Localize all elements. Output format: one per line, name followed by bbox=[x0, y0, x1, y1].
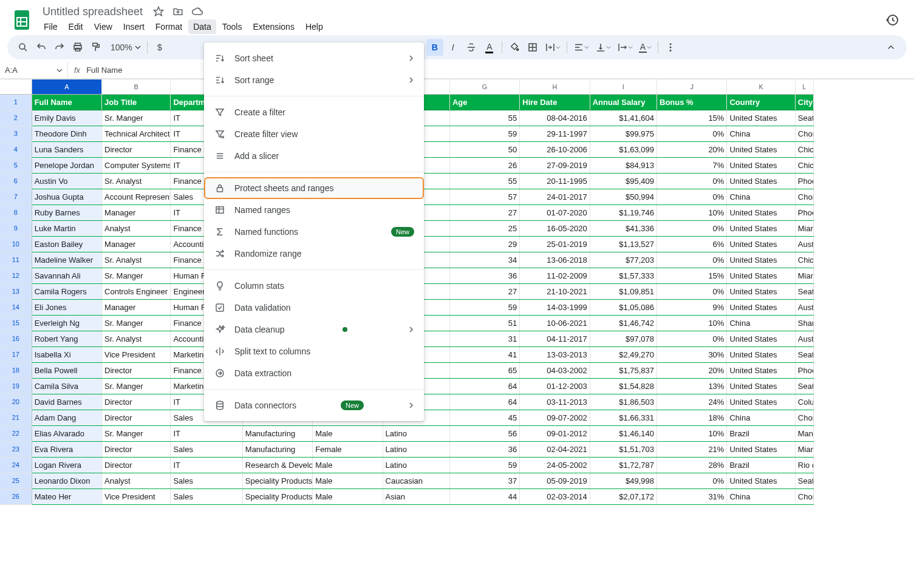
menu-item-data-cleanup[interactable]: Data cleanup bbox=[204, 319, 424, 340]
cell[interactable]: Penelope Jordan bbox=[32, 157, 101, 173]
cell[interactable]: Austin bbox=[795, 299, 813, 315]
cell[interactable]: Emily Davis bbox=[32, 110, 101, 126]
cell[interactable]: 30% bbox=[657, 346, 727, 362]
cell[interactable]: 18% bbox=[657, 410, 727, 425]
row-header-19[interactable]: 19 bbox=[0, 378, 32, 394]
cell[interactable]: $1,57,333 bbox=[590, 268, 657, 283]
cell[interactable]: Chongqing bbox=[795, 488, 813, 504]
cell[interactable]: 20% bbox=[657, 141, 727, 157]
menu-item-protect-sheets-and-ranges[interactable]: Protect sheets and ranges bbox=[204, 177, 424, 199]
cell[interactable]: Phoenix bbox=[795, 204, 813, 220]
header-cell[interactable]: Annual Salary bbox=[590, 94, 657, 110]
cell[interactable]: United States bbox=[727, 331, 795, 346]
cell[interactable]: Director bbox=[102, 362, 171, 378]
cell[interactable]: 24-05-2002 bbox=[520, 457, 590, 473]
cell[interactable]: 57 bbox=[449, 189, 519, 204]
cell[interactable]: 08-04-2016 bbox=[520, 110, 590, 126]
cell[interactable]: Seattle bbox=[795, 473, 813, 488]
cell[interactable]: Manager bbox=[102, 236, 171, 252]
menu-item-named-functions[interactable]: Named functionsNew bbox=[204, 221, 424, 243]
cell[interactable]: 64 bbox=[449, 378, 519, 394]
cell[interactable]: Everleigh Ng bbox=[32, 315, 101, 331]
history-icon[interactable] bbox=[880, 8, 904, 32]
cell[interactable]: $95,409 bbox=[590, 173, 657, 189]
cell[interactable]: Ruby Barnes bbox=[32, 204, 101, 220]
cell[interactable]: 24-01-2017 bbox=[520, 189, 590, 204]
strikethrough-button[interactable] bbox=[463, 39, 480, 56]
cell[interactable]: Vice President bbox=[102, 488, 171, 504]
cell[interactable]: 20-11-1995 bbox=[520, 173, 590, 189]
cell[interactable]: United States bbox=[727, 141, 795, 157]
cell[interactable]: Shanghai bbox=[795, 315, 813, 331]
col-header-H[interactable]: H bbox=[520, 79, 590, 94]
row-header-14[interactable]: 14 bbox=[0, 299, 32, 315]
collapse-toolbar-icon[interactable] bbox=[882, 39, 899, 56]
cell[interactable]: $1,86,503 bbox=[590, 394, 657, 410]
cell[interactable]: China bbox=[727, 315, 795, 331]
row-header-21[interactable]: 21 bbox=[0, 410, 32, 425]
cell[interactable]: 29 bbox=[449, 236, 519, 252]
cell[interactable]: 36 bbox=[449, 268, 519, 283]
cell[interactable]: Seattle bbox=[795, 283, 813, 299]
cell[interactable]: 15% bbox=[657, 110, 727, 126]
cell[interactable]: Technical Architect bbox=[102, 126, 171, 141]
cell[interactable]: Director bbox=[102, 410, 171, 425]
row-header-20[interactable]: 20 bbox=[0, 394, 32, 410]
cell[interactable]: $1,46,140 bbox=[590, 425, 657, 441]
cell[interactable]: 26 bbox=[449, 157, 519, 173]
cell[interactable]: 37 bbox=[449, 473, 519, 488]
cell[interactable]: Austin bbox=[795, 331, 813, 346]
header-cell[interactable]: Country bbox=[727, 94, 795, 110]
cell[interactable]: Robert Yang bbox=[32, 331, 101, 346]
cell[interactable]: China bbox=[727, 126, 795, 141]
bold-button[interactable]: B bbox=[426, 39, 443, 56]
cell[interactable]: United States bbox=[727, 252, 795, 268]
cell[interactable]: China bbox=[727, 410, 795, 425]
cell[interactable]: Manufacturing bbox=[242, 425, 312, 441]
spreadsheet-grid[interactable]: ABCDEFGHIJKL1Full NameJob TitleDepartmen… bbox=[0, 79, 914, 505]
cell[interactable]: United States bbox=[727, 299, 795, 315]
cell[interactable]: 31% bbox=[657, 488, 727, 504]
cell[interactable]: Latino bbox=[383, 425, 449, 441]
row-header-18[interactable]: 18 bbox=[0, 362, 32, 378]
cell[interactable]: Savannah Ali bbox=[32, 268, 101, 283]
col-header-G[interactable]: G bbox=[449, 79, 519, 94]
cell[interactable]: Director bbox=[102, 394, 171, 410]
cell[interactable]: Manufacturing bbox=[242, 441, 312, 457]
header-cell[interactable]: Hire Date bbox=[520, 94, 590, 110]
cell[interactable]: United States bbox=[727, 236, 795, 252]
name-box[interactable]: A:A bbox=[0, 62, 68, 78]
menu-item-sort-sheet[interactable]: Sort sheet bbox=[204, 47, 424, 69]
cell[interactable]: 13-03-2013 bbox=[520, 346, 590, 362]
cell[interactable]: Manaus bbox=[795, 425, 813, 441]
cell[interactable]: 01-12-2003 bbox=[520, 378, 590, 394]
cell[interactable]: 13-06-2018 bbox=[520, 252, 590, 268]
row-header-10[interactable]: 10 bbox=[0, 236, 32, 252]
cell[interactable]: Luna Sanders bbox=[32, 141, 101, 157]
cell[interactable]: 31 bbox=[449, 331, 519, 346]
cell[interactable]: Brazil bbox=[727, 457, 795, 473]
cell[interactable]: United States bbox=[727, 378, 795, 394]
cell[interactable]: Miami bbox=[795, 220, 813, 236]
cell[interactable]: $2,07,172 bbox=[590, 488, 657, 504]
valign-button[interactable] bbox=[593, 39, 613, 56]
cell[interactable]: Sr. Manger bbox=[102, 425, 171, 441]
cell[interactable]: 45 bbox=[449, 410, 519, 425]
menu-item-create-a-filter[interactable]: Create a filter bbox=[204, 101, 424, 123]
cell[interactable]: Computer Systems bbox=[102, 157, 171, 173]
cell[interactable]: $1,75,837 bbox=[590, 362, 657, 378]
cell[interactable]: Male bbox=[313, 457, 383, 473]
print-icon[interactable] bbox=[69, 39, 86, 56]
sheets-logo[interactable] bbox=[10, 8, 34, 32]
cell[interactable]: Latino bbox=[383, 441, 449, 457]
col-header-J[interactable]: J bbox=[657, 79, 727, 94]
cell[interactable]: Sr. Analyst bbox=[102, 252, 171, 268]
header-cell[interactable]: Bonus % bbox=[657, 94, 727, 110]
italic-button[interactable]: I bbox=[445, 39, 462, 56]
row-header-17[interactable]: 17 bbox=[0, 346, 32, 362]
cell[interactable]: United States bbox=[727, 441, 795, 457]
row-header-22[interactable]: 22 bbox=[0, 425, 32, 441]
cell[interactable]: Eva Rivera bbox=[32, 441, 101, 457]
cell[interactable]: Austin Vo bbox=[32, 173, 101, 189]
cell[interactable]: Rio de Janeiro bbox=[795, 457, 813, 473]
